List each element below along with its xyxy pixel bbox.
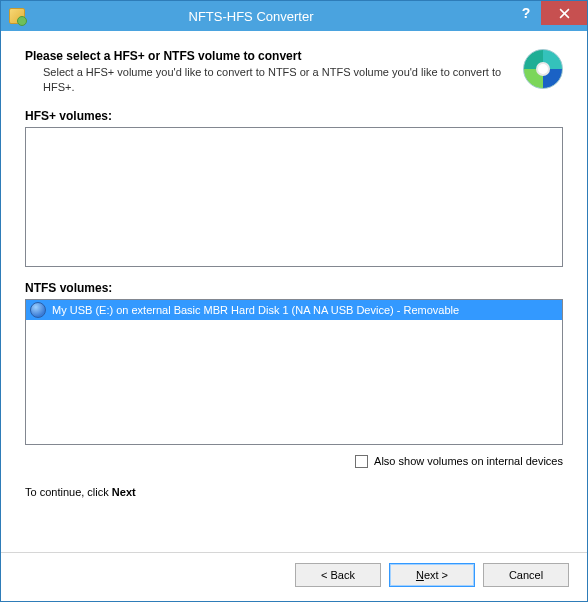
volume-label: My USB (E:) on external Basic MBR Hard D…: [52, 304, 459, 316]
app-window: NFTS-HFS Converter ? Please select a HFS…: [0, 0, 588, 602]
back-button-label: < Back: [321, 569, 355, 581]
wizard-footer: < Back Next > Cancel: [1, 552, 587, 601]
show-internal-row: Also show volumes on internal devices: [25, 455, 563, 468]
next-button-rest: ext >: [424, 569, 448, 581]
continue-hint-prefix: To continue, click: [25, 486, 112, 498]
list-item[interactable]: My USB (E:) on external Basic MBR Hard D…: [26, 300, 562, 320]
page-subtitle: Select a HFS+ volume you'd like to conve…: [43, 65, 513, 95]
back-button[interactable]: < Back: [295, 563, 381, 587]
volume-icon: [30, 302, 46, 318]
hfs-volumes-list[interactable]: [25, 127, 563, 267]
ntfs-volumes-list[interactable]: My USB (E:) on external Basic MBR Hard D…: [25, 299, 563, 445]
titlebar: NFTS-HFS Converter ?: [1, 1, 587, 31]
wizard-header: Please select a HFS+ or NTFS volume to c…: [25, 49, 563, 95]
wizard-content: Please select a HFS+ or NTFS volume to c…: [1, 31, 587, 552]
window-title: NFTS-HFS Converter: [0, 9, 511, 24]
cancel-button-label: Cancel: [509, 569, 543, 581]
disc-icon: [523, 49, 563, 89]
ntfs-section-label: NTFS volumes:: [25, 281, 563, 295]
cancel-button[interactable]: Cancel: [483, 563, 569, 587]
hfs-section-label: HFS+ volumes:: [25, 109, 563, 123]
next-button[interactable]: Next >: [389, 563, 475, 587]
continue-hint-bold: Next: [112, 486, 136, 498]
app-icon: [9, 8, 25, 24]
continue-hint: To continue, click Next: [25, 486, 563, 498]
window-controls: ?: [511, 1, 587, 31]
show-internal-checkbox[interactable]: [355, 455, 368, 468]
page-title: Please select a HFS+ or NTFS volume to c…: [25, 49, 513, 63]
show-internal-label[interactable]: Also show volumes on internal devices: [374, 455, 563, 467]
help-button[interactable]: ?: [511, 1, 541, 25]
close-icon: [559, 8, 570, 19]
next-button-mnemonic: N: [416, 569, 424, 581]
close-button[interactable]: [541, 1, 587, 25]
header-text: Please select a HFS+ or NTFS volume to c…: [25, 49, 513, 95]
